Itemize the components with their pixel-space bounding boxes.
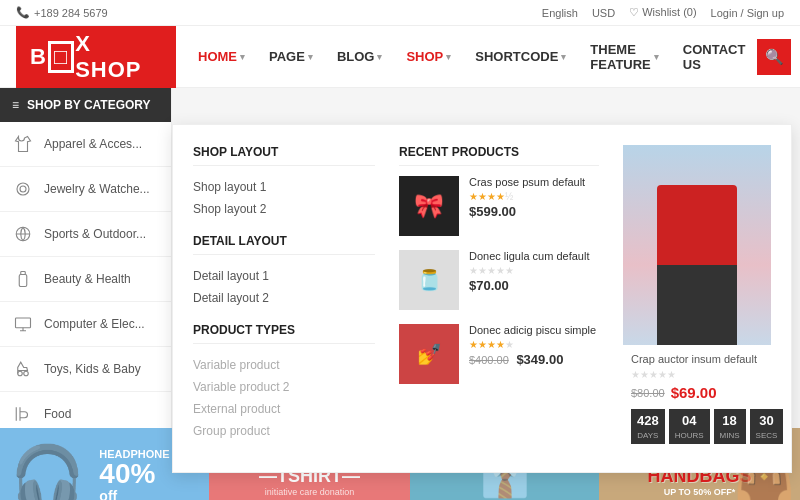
recent-product-2: 🫙 Donec ligula cum default ★★★★★ $70.00: [399, 250, 599, 310]
featured-old-price: $80.00: [631, 387, 665, 399]
sidebar-item-jewelry[interactable]: Jewelry & Watche...: [0, 167, 171, 212]
sidebar-item-apparel[interactable]: Apparel & Acces...: [0, 122, 171, 167]
nav-theme-feature[interactable]: THEME FEATURE ▾: [578, 26, 670, 88]
nav-contact-us[interactable]: CONTACT US: [671, 26, 758, 88]
megamenu-dropdown: SHOP LAYOUT Shop layout 1 Shop layout 2 …: [172, 124, 792, 473]
phone-icon: 📞: [16, 6, 30, 19]
banner-headphone-off: off: [99, 488, 169, 500]
shop-layout-title: SHOP LAYOUT: [193, 145, 375, 166]
sidebar-item-label: Jewelry & Watche...: [44, 182, 150, 196]
svg-point-1: [20, 186, 26, 192]
product-stars-2: ★★★★★: [469, 265, 599, 276]
header-right: 🔍 🛒 0 items · $0.00: [757, 36, 800, 78]
sidebar-item-label: Apparel & Acces...: [44, 137, 142, 151]
svg-rect-5: [16, 318, 31, 328]
top-bar: 📞 +189 284 5679 English USD ♡ Wishlist (…: [0, 0, 800, 26]
logo[interactable]: B□X SHOP: [16, 26, 176, 88]
product-name-2: Donec ligula cum default: [469, 250, 599, 262]
featured-new-price: $69.00: [671, 384, 717, 401]
sidebar-item-label: Food: [44, 407, 71, 421]
featured-stars: ★★★★★: [631, 369, 763, 380]
countdown-days: 428 DAYS: [631, 409, 665, 444]
product-thumb-1: 🎀: [399, 176, 459, 236]
sidebar-item-label: Computer & Elec...: [44, 317, 145, 331]
svg-rect-4: [19, 275, 27, 287]
beauty-icon: [12, 268, 34, 290]
variable-product[interactable]: Variable product: [193, 354, 375, 376]
recent-product-3: 💅 Donec adicig piscu simple ★★★★★ $400.0…: [399, 324, 599, 384]
detail-layout-2[interactable]: Detail layout 2: [193, 287, 375, 309]
nav-home[interactable]: HOME ▾: [186, 26, 257, 88]
product-stars-1: ★★★★½: [469, 191, 599, 202]
svg-point-0: [17, 183, 29, 195]
product-price-1: $599.00: [469, 204, 599, 219]
countdown-timer: 428 DAYS 04 HOURS 18 MINS 30: [631, 409, 763, 444]
main-content: ≡ SHOP BY CATEGORY Apparel & Acces... Je…: [0, 88, 800, 428]
menu-col-layouts: SHOP LAYOUT Shop layout 1 Shop layout 2 …: [193, 145, 375, 452]
sidebar-title: SHOP BY CATEGORY: [27, 98, 151, 112]
recent-products-col: RECENT PRODUCTS 🎀 Cras pose psum default…: [399, 145, 599, 452]
main-nav: HOME ▾ PAGE ▾ BLOG ▾ SHOP ▾ SHORTCODE ▾ …: [176, 26, 757, 88]
countdown-mins: 18 MINS: [714, 409, 746, 444]
logo-box: □: [48, 41, 74, 73]
nav-shortcode[interactable]: SHORTCODE ▾: [463, 26, 578, 88]
sidebar: ≡ SHOP BY CATEGORY Apparel & Acces... Je…: [0, 88, 172, 428]
top-bar-actions: English USD ♡ Wishlist (0) Login / Sign …: [542, 6, 784, 19]
detail-layout-title: DETAIL LAYOUT: [193, 234, 375, 255]
countdown-secs: 30 SECS: [750, 409, 784, 444]
group-product[interactable]: Group product: [193, 420, 375, 442]
apparel-icon: [12, 133, 34, 155]
product-thumb-2: 🫙: [399, 250, 459, 310]
nav-shop[interactable]: SHOP ▾: [394, 26, 463, 88]
featured-product-image: [623, 145, 771, 345]
featured-product-name: Crap auctor insum default: [631, 353, 763, 365]
product-thumb-3: 💅: [399, 324, 459, 384]
product-info-1: Cras pose psum default ★★★★½ $599.00: [469, 176, 599, 219]
food-icon: [12, 403, 34, 425]
wishlist-link[interactable]: ♡ Wishlist (0): [629, 6, 696, 19]
product-name-3: Donec adicig piscu simple: [469, 324, 599, 336]
header: B□X SHOP HOME ▾ PAGE ▾ BLOG ▾ SHOP ▾ SHO…: [0, 26, 800, 88]
sidebar-header: ≡ SHOP BY CATEGORY: [0, 88, 171, 122]
countdown-hours: 04 HOURS: [669, 409, 710, 444]
product-info-3: Donec adicig piscu simple ★★★★★ $400.00 …: [469, 324, 599, 367]
recent-product-1: 🎀 Cras pose psum default ★★★★½ $599.00: [399, 176, 599, 236]
computer-icon: [12, 313, 34, 335]
product-price-3: $400.00 $349.00: [469, 352, 599, 367]
sidebar-item-beauty[interactable]: Beauty & Health: [0, 257, 171, 302]
sidebar-item-computer[interactable]: Computer & Elec...: [0, 302, 171, 347]
toys-icon: [12, 358, 34, 380]
language-selector[interactable]: English: [542, 7, 578, 19]
svg-point-6: [18, 371, 23, 376]
nav-blog[interactable]: BLOG ▾: [325, 26, 395, 88]
product-stars-3: ★★★★★: [469, 339, 599, 350]
detail-layout-1[interactable]: Detail layout 1: [193, 265, 375, 287]
product-types-title: PRODUCT TYPES: [193, 323, 375, 344]
sidebar-item-label: Toys, Kids & Baby: [44, 362, 141, 376]
featured-pricing: $80.00 $69.00: [631, 384, 763, 401]
svg-point-7: [24, 371, 29, 376]
jewelry-icon: [12, 178, 34, 200]
nav-page[interactable]: PAGE ▾: [257, 26, 325, 88]
search-button[interactable]: 🔍: [757, 39, 790, 75]
banner-handbag-sub: UP TO 50% OFF*: [664, 487, 736, 497]
sports-icon: [12, 223, 34, 245]
currency-selector[interactable]: USD: [592, 7, 615, 19]
shop-layout-1[interactable]: Shop layout 1: [193, 176, 375, 198]
sidebar-item-label: Sports & Outdoor...: [44, 227, 146, 241]
product-name-1: Cras pose psum default: [469, 176, 599, 188]
variable-product-2[interactable]: Variable product 2: [193, 376, 375, 398]
phone-number: +189 284 5679: [34, 7, 108, 19]
login-link[interactable]: Login / Sign up: [711, 7, 784, 19]
sidebar-item-sports[interactable]: Sports & Outdoor...: [0, 212, 171, 257]
product-info-2: Donec ligula cum default ★★★★★ $70.00: [469, 250, 599, 293]
external-product[interactable]: External product: [193, 398, 375, 420]
banner-headphone-sale: 40%: [99, 460, 169, 488]
banner-tshirt-sub: initiative care donation: [265, 487, 355, 497]
product-price-2: $70.00: [469, 278, 599, 293]
shop-layout-2[interactable]: Shop layout 2: [193, 198, 375, 220]
recent-products-title: RECENT PRODUCTS: [399, 145, 599, 166]
featured-product-col: Crap auctor insum default ★★★★★ $80.00 $…: [623, 145, 771, 452]
menu-icon: ≡: [12, 98, 19, 112]
sidebar-item-toys[interactable]: Toys, Kids & Baby: [0, 347, 171, 392]
